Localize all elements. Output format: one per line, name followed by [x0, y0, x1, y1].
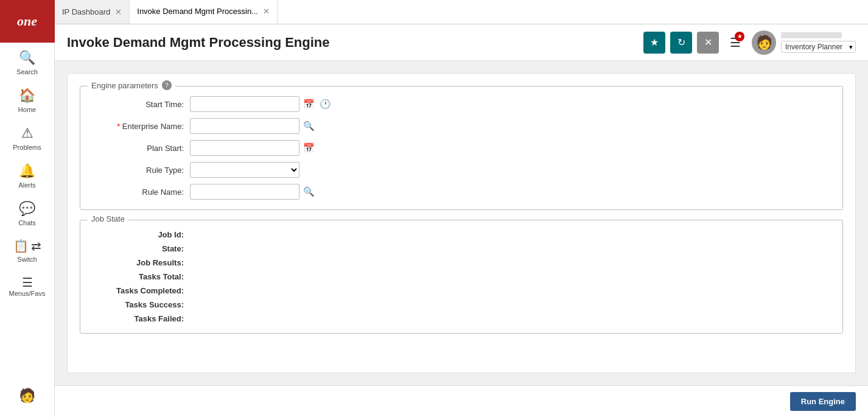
search-icon: 🔍: [19, 50, 35, 66]
sidebar-item-label: Alerts: [18, 181, 35, 189]
engine-parameters-section: Engine parameters ? Start Time: 📅 🕐 Ente…: [80, 86, 843, 210]
content-area: Engine parameters ? Start Time: 📅 🕐 Ente…: [55, 61, 868, 385]
help-icon[interactable]: ?: [162, 80, 172, 90]
enterprise-name-input-group: 🔍: [190, 118, 316, 134]
enterprise-name-input[interactable]: [190, 118, 299, 134]
plan-start-input-group: 📅: [190, 140, 316, 156]
user-name-placeholder: [781, 32, 842, 38]
sidebar-item-switch[interactable]: 📋 ⇄ Switch: [0, 231, 54, 268]
tab-bar: IP Dashboard ✕ Invoke Demand Mgmt Proces…: [55, 0, 868, 24]
rule-name-label: Rule Name:: [93, 187, 190, 197]
header-actions: ★ ↻ ✕ ☰ ★ 🧑 Inventory Planner: [643, 30, 856, 55]
plan-start-row: Plan Start: 📅: [93, 140, 830, 156]
sidebar-item-problems[interactable]: ⚠ Problems: [0, 118, 54, 156]
user-section: 🧑 Inventory Planner: [752, 30, 856, 55]
rule-name-search-icon[interactable]: 🔍: [302, 185, 316, 198]
switch-icon: ⇄: [31, 239, 41, 253]
state-label: State:: [93, 244, 190, 253]
tasks-failed-label: Tasks Failed:: [93, 314, 190, 323]
main-content: IP Dashboard ✕ Invoke Demand Mgmt Proces…: [55, 0, 868, 417]
sidebar-item-label: Chats: [18, 219, 36, 226]
tasks-completed-label: Tasks Completed:: [93, 286, 190, 295]
sidebar: one 🔍 Search 🏠 Home ⚠ Problems 🔔 Alerts …: [0, 0, 55, 417]
content-inner: Engine parameters ? Start Time: 📅 🕐 Ente…: [67, 73, 856, 373]
tab-label: IP Dashboard: [62, 7, 110, 16]
home-icon: 🏠: [19, 88, 35, 103]
bell-icon: 🔔: [19, 163, 35, 179]
close-button[interactable]: ✕: [697, 32, 719, 54]
sidebar-item-menus-favs[interactable]: ☰ Menus/Favs: [0, 268, 54, 302]
sidebar-item-chats[interactable]: 💬 Chats: [0, 194, 54, 231]
clock-icon[interactable]: 🕐: [318, 97, 332, 111]
job-state-section: Job State Job Id: State: Job Results: Ta…: [80, 220, 843, 334]
rule-name-input-group: 🔍: [190, 184, 316, 200]
favorite-button[interactable]: ★: [643, 32, 665, 54]
job-id-label: Job Id:: [93, 230, 190, 239]
sidebar-item-alerts[interactable]: 🔔 Alerts: [0, 156, 54, 194]
chat-icon: 💬: [19, 201, 35, 217]
job-results-label: Job Results:: [93, 258, 190, 267]
tab-ip-dashboard[interactable]: IP Dashboard ✕: [55, 0, 130, 24]
job-results-row: Job Results:: [93, 258, 830, 267]
user-info: Inventory Planner: [781, 32, 856, 53]
user-role-wrapper: Inventory Planner: [781, 41, 856, 53]
sidebar-bottom: 🧑: [0, 380, 54, 417]
sidebar-user-avatar[interactable]: 🧑: [0, 380, 54, 411]
app-logo[interactable]: one: [0, 0, 55, 43]
rule-type-label: Rule Type:: [93, 166, 190, 175]
tasks-completed-row: Tasks Completed:: [93, 286, 830, 295]
engine-parameters-legend: Engine parameters ?: [88, 80, 175, 90]
avatar-image: 🧑: [756, 35, 772, 51]
list-icon: 📋: [13, 239, 29, 253]
user-role-select[interactable]: Inventory Planner: [781, 41, 856, 53]
rule-type-row: Rule Type:: [93, 162, 830, 178]
sidebar-item-label: Home: [18, 106, 36, 113]
refresh-button[interactable]: ↻: [670, 32, 692, 54]
plan-start-input[interactable]: [190, 140, 299, 156]
search-lookup-icon[interactable]: 🔍: [302, 119, 316, 133]
tasks-total-label: Tasks Total:: [93, 272, 190, 281]
avatar: 🧑: [752, 30, 776, 55]
sidebar-item-label: Problems: [13, 144, 41, 151]
plan-start-label: Plan Start:: [93, 144, 190, 153]
job-state-legend: Job State: [88, 214, 128, 223]
menu-button[interactable]: ☰ ★: [730, 35, 741, 50]
start-time-label: Start Time:: [93, 100, 190, 109]
tasks-failed-row: Tasks Failed:: [93, 314, 830, 323]
tab-close-ip-dashboard[interactable]: ✕: [115, 8, 122, 16]
tasks-total-row: Tasks Total:: [93, 272, 830, 281]
sidebar-item-home[interactable]: 🏠 Home: [0, 80, 54, 118]
page-title: Invoke Demand Mgmt Processing Engine: [67, 35, 643, 51]
calendar-icon[interactable]: 📅: [302, 97, 316, 111]
state-row: State:: [93, 244, 830, 253]
enterprise-name-row: Enterprise Name: 🔍: [93, 118, 830, 134]
switch-label: Switch: [17, 256, 37, 263]
job-state-legend-text: Job State: [91, 214, 125, 223]
tasks-success-label: Tasks Success:: [93, 300, 190, 309]
warning-icon: ⚠: [21, 125, 33, 141]
enterprise-name-label: Enterprise Name:: [93, 122, 190, 131]
rule-type-input-group: [190, 162, 299, 178]
page-footer: Run Engine: [55, 385, 868, 417]
menu-icon: ☰: [22, 275, 33, 290]
plan-start-calendar-icon[interactable]: 📅: [302, 141, 316, 155]
start-time-input[interactable]: [190, 96, 299, 112]
rule-type-select[interactable]: [190, 162, 299, 178]
tab-invoke-demand[interactable]: Invoke Demand Mgmt Processin... ✕: [130, 0, 278, 24]
rule-name-row: Rule Name: 🔍: [93, 184, 830, 200]
start-time-row: Start Time: 📅 🕐: [93, 96, 830, 112]
legend-text: Engine parameters: [91, 81, 158, 90]
tab-close-invoke-demand[interactable]: ✕: [263, 7, 270, 15]
tab-label: Invoke Demand Mgmt Processin...: [137, 7, 258, 16]
page-header: Invoke Demand Mgmt Processing Engine ★ ↻…: [55, 24, 868, 61]
sidebar-item-search[interactable]: 🔍 Search: [0, 43, 54, 80]
job-id-row: Job Id:: [93, 230, 830, 239]
start-time-input-group: 📅 🕐: [190, 96, 332, 112]
user-avatar-icon: 🧑: [19, 388, 35, 404]
rule-name-input[interactable]: [190, 184, 299, 200]
run-engine-button[interactable]: Run Engine: [790, 392, 856, 411]
menus-favs-label: Menus/Favs: [9, 290, 46, 297]
sidebar-item-label: Search: [16, 68, 38, 75]
tasks-success-row: Tasks Success:: [93, 300, 830, 309]
menu-badge: ★: [735, 32, 744, 41]
